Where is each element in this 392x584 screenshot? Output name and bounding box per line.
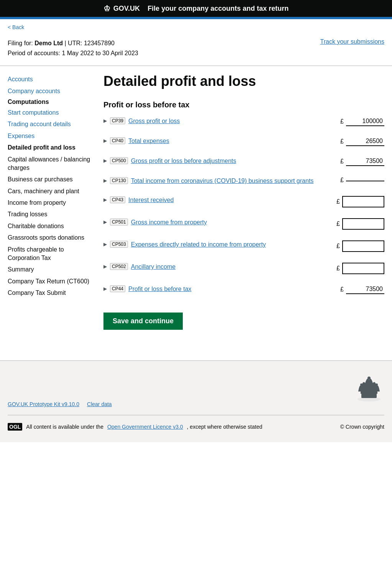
sidebar-item-company-accounts[interactable]: Company accounts (8, 86, 92, 97)
sidebar-item-charitable-donations: Charitable donations (8, 220, 92, 232)
label-cp43[interactable]: Interest received (128, 196, 174, 204)
row-left-cp40: ▶ CP40 Total expenses (103, 137, 319, 145)
svg-rect-1 (361, 393, 377, 398)
save-continue-button[interactable]: Save and continue (103, 313, 183, 330)
expand-icon-cp503[interactable]: ▶ (103, 242, 107, 247)
sidebar-item-profits-chargeable: Profits chargeable to Corporation Tax (8, 244, 92, 264)
row-right-cp501: £ (323, 218, 384, 230)
sidebar-item-accounts[interactable]: Accounts (8, 74, 92, 85)
copyright-text: © Crown copyright (340, 424, 384, 430)
label-cp44[interactable]: Profit or loss before tax (128, 285, 192, 293)
input-cp43[interactable] (342, 196, 384, 207)
form-row-cp130: ▶ CP130 Total income from coronavirus (C… (103, 177, 384, 185)
label-cp40[interactable]: Total expenses (128, 137, 169, 145)
expand-icon-cp39[interactable]: ▶ (103, 118, 107, 123)
crown-icon: ♔ (103, 4, 110, 13)
form-row-cp501: ▶ CP501 Gross income from property £ (103, 218, 384, 230)
header-title: File your company accounts and tax retur… (148, 5, 289, 13)
clear-data-link[interactable]: Clear data (87, 401, 112, 407)
svg-point-5 (376, 383, 378, 386)
value-cp130 (346, 179, 384, 181)
row-right-cp500: £ 73500 (323, 157, 384, 166)
form-row-cp503: ▶ CP503 Expenses directly related to inc… (103, 240, 384, 252)
form-row-cp502: ▶ CP502 Ancillary income £ (103, 263, 384, 274)
pound-cp40: £ (340, 138, 344, 145)
sidebar-item-capital-allowances: Capital allowances / balancing charges (8, 154, 92, 174)
badge-cp500: CP500 (110, 157, 128, 164)
utr-value: 123457890 (84, 40, 115, 46)
expand-icon-cp500[interactable]: ▶ (103, 158, 107, 163)
pound-cp500: £ (340, 158, 344, 165)
row-right-cp44: £ 73500 (323, 285, 384, 294)
expand-icon-cp501[interactable]: ▶ (103, 219, 107, 225)
pound-cp44: £ (340, 286, 344, 293)
utr-label: UTR: (68, 40, 82, 46)
expand-icon-cp40[interactable]: ▶ (103, 138, 107, 143)
sidebar-item-company-tax-return: Company Tax Return (CT600) (8, 276, 92, 287)
sidebar-item-grassroots: Grassroots sports donations (8, 232, 92, 243)
input-cp502[interactable] (342, 263, 384, 274)
badge-cp503: CP503 (110, 241, 128, 248)
filing-for-label: Filing for: (8, 40, 33, 46)
label-cp501[interactable]: Gross income from property (131, 218, 207, 227)
form-row-cp500: ▶ CP500 Gross profit or loss before adju… (103, 157, 384, 166)
row-left-cp502: ▶ CP502 Ancillary income (103, 263, 319, 271)
label-cp503[interactable]: Expenses directly related to income from… (131, 240, 266, 249)
company-info: Filing for: Demo Ltd | UTR: 123457890 Pe… (8, 38, 138, 58)
filing-info-bar: Filing for: Demo Ltd | UTR: 123457890 Pe… (0, 35, 392, 66)
track-submissions-link[interactable]: Track your submissions (320, 38, 384, 45)
period-value: 1 May 2022 to 30 April 2023 (62, 50, 138, 56)
row-right-cp130: £ (323, 177, 384, 184)
expand-icon-cp502[interactable]: ▶ (103, 264, 107, 269)
row-right-cp39: £ 100000 (323, 117, 384, 126)
value-cp39: 100000 (346, 117, 384, 126)
row-left-cp130: ▶ CP130 Total income from coronavirus (C… (103, 177, 319, 185)
sidebar-item-trading-account-details[interactable]: Trading account details (8, 118, 92, 130)
sidebar-item-trading-losses: Trading losses (8, 209, 92, 220)
expand-icon-cp130[interactable]: ▶ (103, 178, 107, 183)
expand-icon-cp44[interactable]: ▶ (103, 286, 107, 291)
pound-cp502: £ (336, 265, 340, 272)
badge-cp39: CP39 (110, 117, 125, 124)
page-title: Detailed profit and loss (103, 74, 384, 89)
ogl-logo: OGL (8, 423, 22, 431)
svg-rect-2 (361, 392, 377, 394)
label-cp500[interactable]: Gross profit or loss before adjustments (131, 157, 236, 165)
form-row-cp40: ▶ CP40 Total expenses £ 26500 (103, 137, 384, 146)
row-right-cp43: £ (323, 196, 384, 207)
licence-suffix: , except where otherwise stated (187, 424, 262, 430)
label-cp502[interactable]: Ancillary income (131, 263, 175, 271)
input-cp501[interactable] (342, 218, 384, 230)
row-left-cp503: ▶ CP503 Expenses directly related to inc… (103, 240, 319, 249)
row-left-cp501: ▶ CP501 Gross income from property (103, 218, 319, 227)
row-left-cp500: ▶ CP500 Gross profit or loss before adju… (103, 157, 319, 165)
badge-cp130: CP130 (110, 177, 128, 184)
prototype-kit-link[interactable]: GOV.UK Prototype Kit v9.10.0 (8, 401, 79, 407)
sidebar-item-expenses[interactable]: Expenses (8, 130, 92, 142)
form-row-cp39: ▶ CP39 Gross profit or loss £ 100000 (103, 117, 384, 126)
footer-top: GOV.UK Prototype Kit v9.10.0 Clear data (8, 372, 384, 407)
expand-icon-cp43[interactable]: ▶ (103, 197, 107, 202)
section-heading: Profit or loss before tax (103, 100, 384, 109)
period-label: Period of accounts: (8, 50, 60, 56)
badge-cp44: CP44 (110, 285, 125, 292)
company-name: Demo Ltd (34, 40, 63, 46)
licence-link[interactable]: Open Government Licence v3.0 (107, 424, 183, 430)
sidebar-item-start-computations[interactable]: Start computations (8, 107, 92, 118)
sidebar-item-business-car: Business car purchases (8, 174, 92, 185)
label-cp130[interactable]: Total income from coronavirus (COVID-19)… (131, 177, 314, 185)
footer-bottom: OGL All content is available under the O… (8, 423, 384, 431)
row-left-cp44: ▶ CP44 Profit or loss before tax (103, 285, 319, 293)
utr-separator: | (64, 40, 68, 46)
pound-cp130: £ (340, 177, 344, 184)
label-cp39[interactable]: Gross profit or loss (128, 117, 180, 125)
input-cp503[interactable] (342, 240, 384, 252)
sidebar-item-income-property: Income from property (8, 197, 92, 209)
svg-point-3 (367, 377, 371, 380)
pound-cp39: £ (340, 118, 344, 125)
badge-cp502: CP502 (110, 263, 128, 270)
site-header: ♔ GOV.UK File your company accounts and … (0, 0, 392, 19)
main-layout: Accounts Company accounts Computations S… (0, 66, 392, 337)
row-right-cp502: £ (323, 263, 384, 274)
back-link[interactable]: < Back (8, 24, 24, 30)
